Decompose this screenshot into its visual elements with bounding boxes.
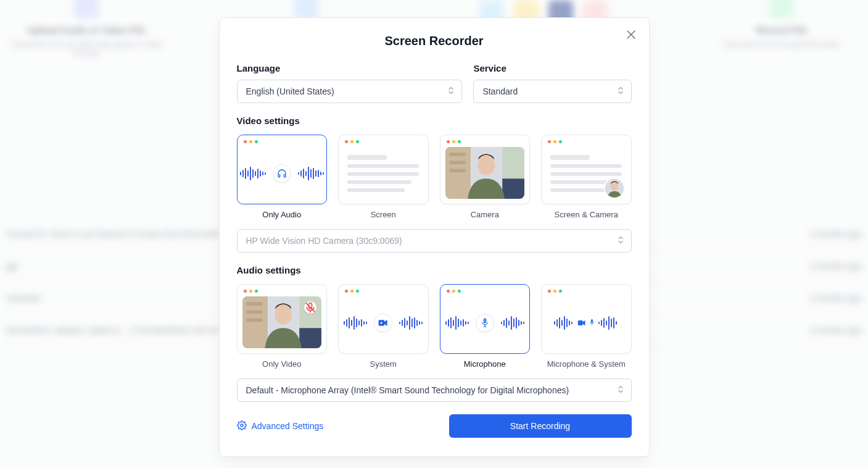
svg-rect-27 bbox=[449, 161, 465, 164]
close-button[interactable] bbox=[623, 27, 639, 43]
camera-device-value: HP Wide Vision HD Camera (30c9:0069) bbox=[246, 236, 402, 246]
video-camera-icon bbox=[577, 317, 586, 328]
audio-device-select[interactable]: Default - Microphone Array (Intel® Smart… bbox=[237, 378, 632, 402]
camera-pip-thumb bbox=[604, 178, 625, 199]
card-label: Screen bbox=[371, 210, 396, 219]
video-camera-icon bbox=[374, 314, 392, 332]
svg-rect-76 bbox=[484, 319, 486, 323]
card-label: Microphone & System bbox=[547, 359, 626, 369]
card-label: Only Video bbox=[262, 359, 301, 369]
card-label: Camera bbox=[471, 210, 499, 219]
waveform-icon bbox=[239, 165, 267, 182]
svg-rect-36 bbox=[246, 302, 262, 306]
svg-rect-30 bbox=[502, 178, 524, 199]
start-recording-button[interactable]: Start Recording bbox=[449, 414, 632, 438]
card-label: Microphone bbox=[464, 359, 506, 369]
microphone-icon bbox=[589, 317, 595, 328]
camera-preview-thumb bbox=[242, 296, 322, 348]
camera-preview-thumb bbox=[445, 147, 525, 199]
advanced-settings-button[interactable]: Advanced Settings bbox=[237, 420, 324, 432]
waveform-icon bbox=[297, 165, 324, 182]
language-value: English (United States) bbox=[246, 86, 334, 96]
video-option-screen[interactable]: Screen bbox=[338, 135, 429, 219]
updown-icon bbox=[618, 385, 624, 396]
audio-option-only-video[interactable]: Only Video bbox=[237, 284, 328, 369]
updown-icon bbox=[618, 236, 624, 246]
video-option-only-audio[interactable]: Only Audio bbox=[237, 135, 328, 219]
document-lines-with-pip-icon bbox=[542, 143, 631, 204]
audio-settings-label: Audio settings bbox=[237, 265, 632, 275]
svg-rect-26 bbox=[449, 153, 465, 156]
card-label: Only Audio bbox=[262, 210, 301, 219]
language-field: Language English (United States) bbox=[237, 63, 463, 103]
card-label: System bbox=[370, 359, 397, 369]
language-label: Language bbox=[237, 63, 463, 73]
gear-icon bbox=[237, 420, 247, 432]
document-lines-icon bbox=[339, 143, 428, 204]
svg-rect-98 bbox=[592, 320, 593, 323]
svg-point-41 bbox=[275, 305, 292, 325]
svg-rect-12 bbox=[284, 174, 286, 177]
waveform-icon bbox=[500, 314, 525, 332]
start-recording-label: Start Recording bbox=[510, 421, 570, 431]
card-label: Screen & Camera bbox=[555, 210, 618, 219]
svg-rect-97 bbox=[578, 320, 583, 325]
audio-option-microphone-system[interactable]: Microphone & System bbox=[541, 284, 632, 369]
audio-option-microphone[interactable]: Microphone bbox=[440, 284, 531, 369]
svg-point-33 bbox=[610, 182, 618, 190]
audio-option-system[interactable]: System bbox=[338, 284, 429, 369]
waveform-icon bbox=[598, 315, 619, 331]
service-field: Service Standard bbox=[473, 63, 631, 103]
service-label: Service bbox=[473, 63, 631, 73]
updown-icon bbox=[448, 86, 454, 97]
microphone-icon bbox=[476, 314, 494, 332]
svg-rect-40 bbox=[299, 328, 321, 348]
waveform-icon bbox=[399, 314, 423, 332]
close-icon bbox=[627, 30, 635, 39]
service-value: Standard bbox=[482, 86, 518, 96]
camera-device-select[interactable]: HP Wide Vision HD Camera (30c9:0069) bbox=[237, 229, 632, 253]
headphones-icon bbox=[273, 164, 291, 183]
language-select[interactable]: English (United States) bbox=[237, 80, 463, 103]
service-select[interactable]: Standard bbox=[473, 80, 631, 103]
advanced-settings-label: Advanced Settings bbox=[252, 421, 324, 431]
svg-rect-38 bbox=[246, 318, 262, 322]
svg-rect-28 bbox=[449, 169, 465, 172]
video-settings-label: Video settings bbox=[237, 115, 632, 126]
svg-point-31 bbox=[477, 156, 495, 175]
waveform-icon bbox=[553, 315, 574, 331]
updown-icon bbox=[618, 86, 624, 97]
mic-muted-icon bbox=[304, 301, 316, 314]
screen-recorder-modal: Screen Recorder Language English (United… bbox=[219, 17, 650, 457]
waveform-icon bbox=[343, 314, 368, 332]
svg-rect-11 bbox=[278, 174, 280, 177]
waveform-icon bbox=[445, 314, 469, 332]
audio-device-value: Default - Microphone Array (Intel® Smart… bbox=[246, 385, 569, 395]
svg-rect-37 bbox=[246, 310, 262, 314]
svg-point-108 bbox=[241, 424, 243, 427]
video-option-screen-camera[interactable]: Screen & Camera bbox=[541, 135, 632, 219]
video-option-camera[interactable]: Camera bbox=[440, 135, 531, 219]
modal-title: Screen Recorder bbox=[237, 34, 632, 48]
